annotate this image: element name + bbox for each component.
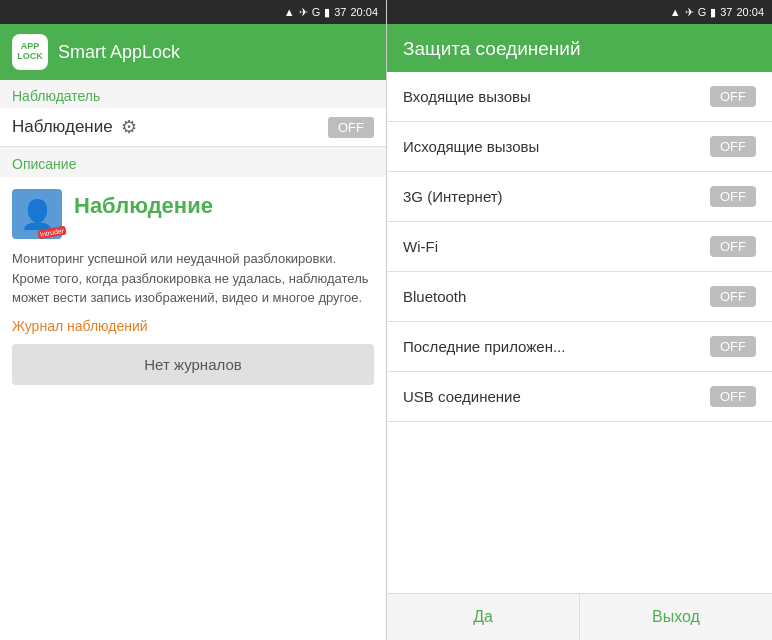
description-section: Описание	[0, 147, 386, 177]
observer-row: Наблюдение ⚙ OFF	[0, 108, 386, 147]
recent-apps-label: Последние приложен...	[403, 338, 565, 355]
observer-toggle[interactable]: OFF	[328, 117, 374, 138]
3g-toggle[interactable]: OFF	[710, 186, 756, 207]
wifi-icon: ▲	[284, 6, 295, 18]
plane-icon: ✈	[299, 6, 308, 19]
observer-left: Наблюдение ⚙	[12, 116, 137, 138]
no-journals-bar: Нет журналов	[12, 344, 374, 385]
usb-label: USB соединение	[403, 388, 521, 405]
list-item: Bluetooth OFF	[387, 272, 772, 322]
usb-toggle[interactable]: OFF	[710, 386, 756, 407]
observer-description-text: Мониторинг успешной или неудачной разбло…	[12, 249, 374, 308]
list-item: Входящие вызовы OFF	[387, 72, 772, 122]
avatar: 👤 Intruder	[12, 189, 62, 239]
right-header-title: Защита соединений	[403, 38, 581, 59]
list-item: Последние приложен... OFF	[387, 322, 772, 372]
outgoing-calls-toggle[interactable]: OFF	[710, 136, 756, 157]
recent-apps-toggle[interactable]: OFF	[710, 336, 756, 357]
left-header: APPLOCK Smart AppLock	[0, 24, 386, 80]
observer-heading: Наблюдение	[74, 193, 213, 219]
time-left: 20:04	[350, 6, 378, 18]
wifi-toggle[interactable]: OFF	[710, 236, 756, 257]
list-item: USB соединение OFF	[387, 372, 772, 422]
left-panel: ▲ ✈ G ▮ 37 20:04 APPLOCK Smart AppLock Н…	[0, 0, 386, 640]
plane-icon-right: ✈	[685, 6, 694, 19]
observer-info: 👤 Intruder Наблюдение	[12, 189, 374, 239]
battery-icon: ▮	[324, 6, 330, 19]
observer-section-label: Наблюдатель	[0, 80, 386, 108]
observer-content: 👤 Intruder Наблюдение Мониторинг успешно…	[0, 177, 386, 640]
signal-icon-right: G	[698, 6, 707, 18]
bluetooth-label: Bluetooth	[403, 288, 466, 305]
gear-icon[interactable]: ⚙	[121, 116, 137, 138]
wifi-icon-right: ▲	[670, 6, 681, 18]
observer-title: Наблюдение	[12, 117, 113, 137]
confirm-button[interactable]: Да	[387, 594, 580, 640]
app-title: Smart AppLock	[58, 42, 180, 63]
incoming-calls-toggle[interactable]: OFF	[710, 86, 756, 107]
exit-button[interactable]: Выход	[580, 594, 772, 640]
outgoing-calls-label: Исходящие вызовы	[403, 138, 539, 155]
right-header: Защита соединений	[387, 24, 772, 72]
right-status-bar: ▲ ✈ G ▮ 37 20:04	[387, 0, 772, 24]
list-item: Wi-Fi OFF	[387, 222, 772, 272]
3g-internet-label: 3G (Интернет)	[403, 188, 503, 205]
right-footer: Да Выход	[387, 593, 772, 640]
list-item: 3G (Интернет) OFF	[387, 172, 772, 222]
incoming-calls-label: Входящие вызовы	[403, 88, 531, 105]
battery-level-left: 37	[334, 6, 346, 18]
list-item: Исходящие вызовы OFF	[387, 122, 772, 172]
connections-list: Входящие вызовы OFF Исходящие вызовы OFF…	[387, 72, 772, 593]
desc-label: Описание	[12, 156, 76, 172]
wifi-label: Wi-Fi	[403, 238, 438, 255]
journal-link[interactable]: Журнал наблюдений	[12, 318, 374, 334]
bluetooth-toggle[interactable]: OFF	[710, 286, 756, 307]
time-right: 20:04	[736, 6, 764, 18]
signal-icon: G	[312, 6, 321, 18]
battery-icon-right: ▮	[710, 6, 716, 19]
right-panel: ▲ ✈ G ▮ 37 20:04 Защита соединений Входя…	[386, 0, 772, 640]
battery-level-right: 37	[720, 6, 732, 18]
left-status-bar: ▲ ✈ G ▮ 37 20:04	[0, 0, 386, 24]
app-icon: APPLOCK	[12, 34, 48, 70]
person-icon: 👤	[20, 198, 55, 231]
